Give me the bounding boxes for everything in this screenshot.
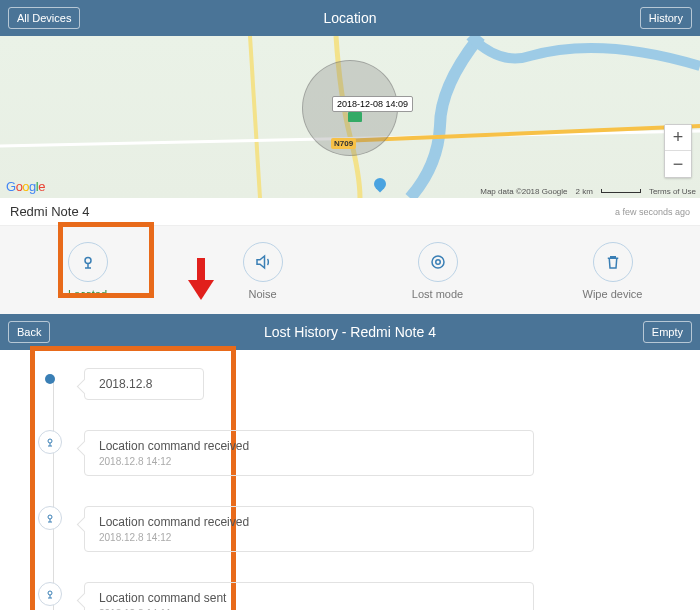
action-wipe[interactable]: Wipe device (543, 242, 683, 300)
location-header: All Devices Location History (0, 0, 700, 36)
history-title: Location command received (99, 515, 519, 529)
svg-point-1 (432, 256, 444, 268)
action-wipe-label: Wipe device (543, 288, 683, 300)
locate-icon (38, 506, 62, 530)
history-card[interactable]: Location command received 2018.12.8 14:1… (84, 430, 534, 476)
history-card[interactable]: Location command received 2018.12.8 14:1… (84, 506, 534, 552)
wipe-icon (593, 242, 633, 282)
zoom-in-button[interactable]: + (665, 125, 691, 151)
empty-button[interactable]: Empty (643, 321, 692, 343)
locate-icon (38, 430, 62, 454)
device-updated-ago: a few seconds ago (615, 207, 690, 217)
action-lost-label: Lost mode (368, 288, 508, 300)
svg-point-3 (48, 439, 52, 443)
google-logo: Google (6, 179, 45, 194)
map-scale-bar (601, 189, 641, 193)
locate-icon (68, 242, 108, 282)
lost-history-header: Back Lost History - Redmi Note 4 Empty (0, 314, 700, 350)
action-located[interactable]: Located (18, 242, 158, 300)
history-entry: Location command sent 2018.12.8 14:11 (38, 582, 688, 610)
history-date-text: 2018.12.8 (99, 377, 189, 391)
history-time: 2018.12.8 14:12 (99, 532, 519, 543)
map-terms-link[interactable]: Terms of Use (649, 187, 696, 196)
action-lost-mode[interactable]: Lost mode (368, 242, 508, 300)
history-entry: Location command received 2018.12.8 14:1… (38, 430, 688, 476)
lost-history-list: 2018.12.8 Location command received 2018… (0, 350, 700, 610)
device-name: Redmi Note 4 (10, 204, 89, 219)
annotation-arrow-icon (188, 258, 214, 302)
back-button[interactable]: Back (8, 321, 50, 343)
lost-history-title: Lost History - Redmi Note 4 (0, 324, 700, 340)
all-devices-button[interactable]: All Devices (8, 7, 80, 29)
timeline-rail (53, 378, 54, 610)
locate-icon (38, 582, 62, 606)
noise-icon (243, 242, 283, 282)
map-area[interactable]: 2018-12-08 14:09 N709 Google + − Map dat… (0, 36, 700, 198)
history-date-card[interactable]: 2018.12.8 (84, 368, 204, 400)
history-title: Location command received (99, 439, 519, 453)
device-actions: Located Noise Lost mode Wipe device (0, 226, 700, 314)
history-button[interactable]: History (640, 7, 692, 29)
history-card[interactable]: Location command sent 2018.12.8 14:11 (84, 582, 534, 610)
svg-point-0 (85, 258, 91, 264)
device-bar: Redmi Note 4 a few seconds ago (0, 198, 700, 226)
history-entry: 2018.12.8 (38, 368, 688, 400)
timeline-start-dot (45, 374, 55, 384)
svg-point-4 (48, 515, 52, 519)
svg-point-2 (435, 260, 440, 265)
history-entry: Location command received 2018.12.8 14:1… (38, 506, 688, 552)
highway-label: N709 (331, 138, 356, 149)
svg-point-5 (48, 591, 52, 595)
zoom-controls: + − (664, 124, 692, 178)
history-title: Location command sent (99, 591, 519, 605)
map-attribution: Map data ©2018 Google (480, 187, 567, 196)
map-timestamp-label: 2018-12-08 14:09 (332, 96, 413, 112)
history-time: 2018.12.8 14:12 (99, 456, 519, 467)
zoom-out-button[interactable]: − (665, 151, 691, 177)
lost-mode-icon (418, 242, 458, 282)
map-scale-text: 2 km (576, 187, 593, 196)
device-marker-icon (348, 112, 362, 122)
action-located-label: Located (18, 288, 158, 300)
page-title: Location (0, 10, 700, 26)
map-footer: Map data ©2018 Google 2 km Terms of Use (480, 187, 696, 196)
